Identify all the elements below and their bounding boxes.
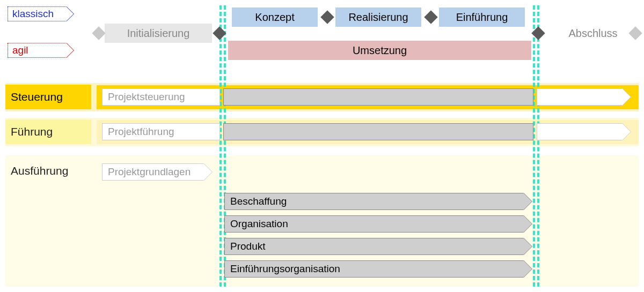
- milestone-konzept-end: [320, 10, 334, 24]
- phase-umsetzung: Umsetzung: [228, 41, 531, 60]
- milestone-realisierung-end: [424, 10, 437, 24]
- lane-label-ausfuehrung: Ausführung: [5, 159, 91, 183]
- bar-projektfuehrung-pre: Projektführung: [102, 123, 220, 140]
- bar-projektfuehrung-post: [537, 123, 623, 140]
- bar-projektsteuerung-post: [537, 88, 623, 106]
- bar-projektsteuerung-main: [223, 88, 533, 106]
- phase-divider-right-a: [533, 5, 535, 287]
- phase-initialisierung: Initialisierung: [105, 24, 212, 43]
- milestone-start: [92, 26, 105, 40]
- milestone-abschluss-end: [628, 26, 642, 40]
- phase-konzept: Konzept: [232, 8, 318, 27]
- phase-realisierung: Realisierung: [335, 8, 421, 27]
- lane-label-steuerung: Steuerung: [5, 85, 91, 109]
- bar-beschaffung: Beschaffung: [224, 193, 524, 210]
- phase-divider-right-b: [537, 5, 539, 287]
- tag-agil: agil: [8, 43, 67, 58]
- bar-projektgrundlagen: Projektgrundlagen: [102, 163, 204, 181]
- diagram-canvas: klassisch agil Initialisierung Konzept R…: [0, 0, 644, 292]
- phase-abschluss: Abschluss: [555, 24, 631, 43]
- lane-label-fuehrung: Führung: [5, 119, 91, 144]
- bar-organisation: Organisation: [224, 215, 524, 233]
- bar-produkt: Produkt: [224, 238, 524, 255]
- phase-divider-left-a: [219, 5, 222, 287]
- bar-projektfuehrung-main: [223, 123, 533, 140]
- phase-einfuehrung: Einführung: [439, 8, 525, 27]
- bar-projektsteuerung-pre: Projektsteuerung: [102, 88, 220, 106]
- tag-klassisch: klassisch: [8, 6, 67, 21]
- bar-einfuehrungsorganisation: Einführungsorganisation: [224, 260, 524, 278]
